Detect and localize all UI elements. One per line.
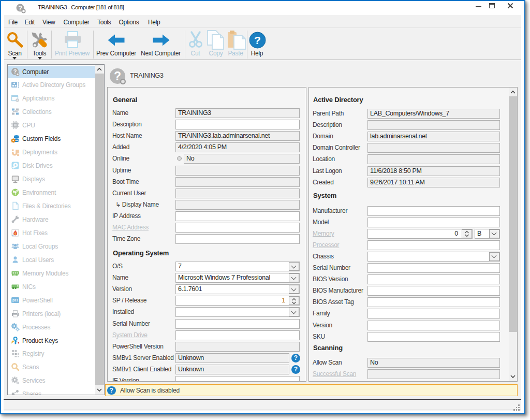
svg-text:?: ? (114, 69, 121, 83)
svg-text:?: ? (254, 34, 261, 46)
svg-text:ps1: ps1 (12, 298, 19, 302)
